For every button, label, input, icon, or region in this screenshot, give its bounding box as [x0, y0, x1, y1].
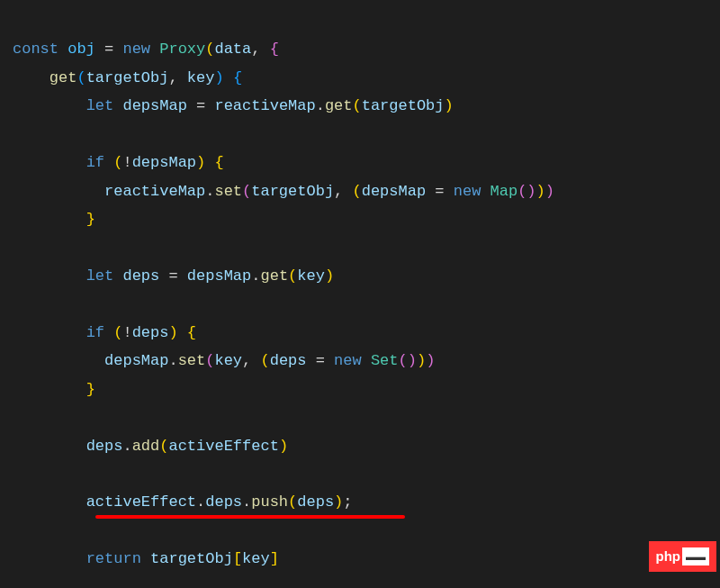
var-depsmap: depsMap: [122, 97, 186, 114]
keyword-if: if: [86, 324, 104, 341]
var-data: data: [214, 41, 251, 58]
var-key: key: [297, 267, 325, 285]
code-line: }: [13, 211, 95, 228]
var-activeeffect: activeEffect: [168, 438, 278, 455]
watermark-badge: php ▬▬: [649, 541, 717, 572]
class-proxy: Proxy: [159, 41, 205, 58]
keyword-let: let: [86, 97, 114, 114]
prop-deps: deps: [205, 493, 242, 511]
method-set: set: [178, 352, 206, 369]
keyword-new: new: [334, 352, 362, 369]
var-reactivemap: reactiveMap: [104, 183, 205, 200]
var-depsmap: depsMap: [132, 154, 196, 171]
var-targetobj: targetObj: [251, 183, 334, 200]
var-activeeffect: activeEffect: [86, 493, 196, 511]
var-key: key: [242, 550, 270, 567]
var-key: key: [214, 352, 242, 369]
var-depsmap: depsMap: [104, 352, 168, 369]
code-line: deps.add(activeEffect): [13, 438, 288, 455]
var-targetobj: targetObj: [362, 97, 445, 114]
code-line: depsMap.set(key, (deps = new Set())): [13, 352, 435, 369]
method-set: set: [214, 183, 242, 200]
var-reactivemap: reactiveMap: [214, 97, 315, 114]
param-key: key: [187, 69, 215, 86]
code-line: }: [13, 381, 95, 398]
param-targetobj: targetObj: [86, 69, 169, 86]
var-deps: deps: [86, 438, 123, 455]
keyword-const: const: [13, 41, 58, 58]
code-line: activeEffect.deps.push(deps);: [13, 493, 353, 511]
var-deps: deps: [122, 267, 159, 285]
code-line: if (!deps) {: [13, 324, 196, 341]
method-get: get: [325, 97, 353, 114]
var-deps: deps: [132, 324, 169, 341]
code-line: if (!depsMap) {: [13, 154, 224, 171]
class-map: Map: [490, 183, 518, 200]
keyword-let: let: [86, 267, 114, 285]
keyword-return: return: [86, 550, 141, 567]
code-editor: const obj = new Proxy(data, { get(target…: [0, 0, 720, 574]
var-targetobj: targetObj: [150, 550, 233, 567]
code-line: let deps = depsMap.get(key): [13, 267, 334, 285]
watermark-text: php: [656, 544, 681, 569]
method-get: get: [50, 69, 77, 86]
method-add: add: [132, 438, 160, 455]
keyword-if: if: [86, 154, 104, 171]
var-deps: deps: [297, 493, 334, 511]
var-deps: deps: [270, 352, 307, 369]
code-line: const obj = new Proxy(data, {: [13, 41, 279, 58]
var-depsmap: depsMap: [187, 267, 251, 285]
method-get: get: [260, 267, 288, 285]
var-depsmap: depsMap: [362, 183, 426, 200]
code-line: return targetObj[key]: [13, 550, 279, 567]
code-line: let depsMap = reactiveMap.get(targetObj): [13, 97, 454, 114]
code-line: get(targetObj, key) {: [13, 69, 242, 86]
method-push: push: [251, 493, 288, 511]
code-line: reactiveMap.set(targetObj, (depsMap = ne…: [13, 183, 554, 200]
annotation-underline: [95, 515, 405, 519]
class-set: Set: [371, 352, 399, 369]
keyword-new: new: [454, 183, 482, 200]
keyword-new: new: [122, 41, 150, 58]
watermark-suffix: ▬▬: [682, 547, 709, 565]
var-obj: obj: [68, 41, 95, 58]
